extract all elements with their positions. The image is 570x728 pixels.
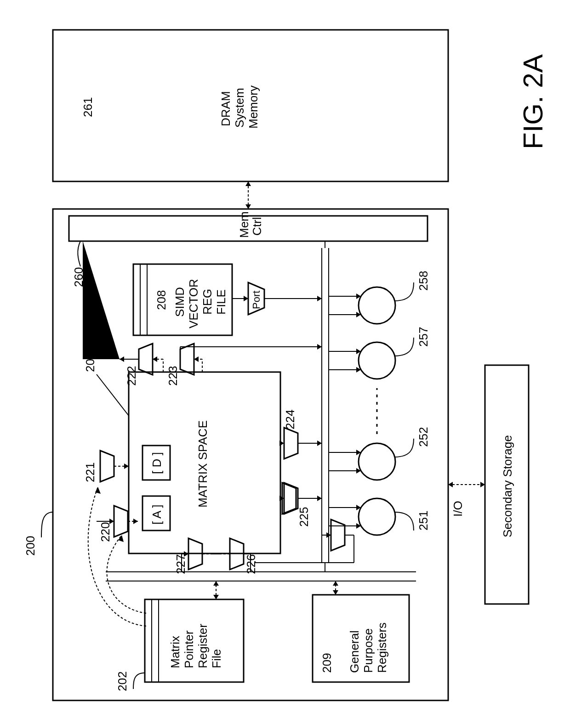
simd-regfile-block: 208 SIMD VECTOR REG FILE [133,264,232,335]
figure-label: FIG. 2A [518,54,548,149]
ref-dram: 261 [81,97,95,117]
simd-line1: SIMD [173,287,187,317]
hbus-to-alus [329,293,361,529]
ref-port222: 222 [125,366,138,386]
alu-258 [359,287,395,324]
ref-alu258: 258 [416,271,430,291]
ref-alu251: 251 [416,511,430,530]
secondary-storage-block: Secondary Storage [485,365,529,604]
ref-matrix-ptr-regfile: 202 [115,672,129,691]
memctrl-line1: Mem [237,211,251,238]
matrix-space-label: MATRIX SPACE [196,420,210,508]
gpr-line3: Registers [375,622,389,673]
svg-marker-24 [180,344,194,375]
svg-marker-77 [317,496,322,501]
port-223 [180,344,202,375]
alu-251 [359,498,395,535]
svg-marker-64 [284,428,298,459]
matrix-ptr-regfile-line2: Pointer [182,630,196,668]
port-224 [279,428,298,459]
leader-200 [41,512,53,537]
dram-block: 261 DRAM System Memory [53,30,448,181]
gpr-block: 209 General Purpose Registers [313,595,409,682]
ref-simd-regfile: 208 [154,290,168,310]
arrow-proc-to-dram [245,181,251,209]
svg-marker-85 [317,344,322,350]
mux-left-below [322,519,345,551]
svg-marker-9 [114,506,128,537]
simd-port-label: Port [251,291,262,309]
alu-252 [359,443,395,480]
ref-port220: 220 [98,522,112,542]
dram-line1: DRAM [219,91,233,126]
matrix-ptr-regfile-line1: Matrix [168,636,182,668]
port-221 [100,451,129,482]
svg-marker-5 [213,581,219,586]
matrix-ptr-regfile-line4: File [210,649,223,668]
leader-202 [133,673,145,689]
ref-port223: 223 [166,366,180,386]
alu-257 [359,342,395,379]
dram-line2: System [233,88,246,128]
ref-alu257: 257 [416,327,430,347]
alu-leaders: 251 252 257 258 [394,271,430,530]
io-connector: I/O [448,482,485,517]
ref-alu252: 252 [416,427,430,447]
ref-memctrl: 260 [72,267,86,287]
svg-marker-14 [100,451,114,482]
mem-ctrl-block: Mem Ctrl [69,211,428,241]
dram-line3: Memory [246,85,260,129]
matrix-d-label: [ D ] [150,452,164,474]
matrix-pointer-regfile-block: Matrix Pointer Register File [145,599,244,682]
architecture-diagram: 200 Matrix Pointer Register File 202 209… [0,0,570,728]
feedback-path [255,535,354,563]
ref-port226: 226 [244,554,258,574]
dashed-arc-to-221 [88,487,146,626]
svg-marker-109 [333,581,338,586]
svg-line-8 [97,374,129,416]
gpr-line1: General [348,631,361,673]
alu-row [359,287,395,535]
memctrl-line2: Ctrl [250,217,264,236]
simd-line2: VECTOR [187,279,200,328]
io-label: I/O [451,501,465,517]
ref-port221: 221 [83,463,97,482]
arrow-gpr-to-bus [333,581,338,595]
ref-gpr: 209 [320,653,334,673]
svg-marker-81 [317,296,322,301]
matrix-a-label: [ A ] [150,505,164,525]
dashed-arc-to-220-head [118,535,124,542]
ref-port224: 224 [283,410,297,429]
dashed-arc-to-220 [107,535,146,613]
svg-marker-73 [331,519,345,551]
svg-marker-79 [317,440,322,446]
secondary-storage-label: Secondary Storage [501,435,514,537]
simd-line4: FILE [214,289,228,315]
svg-marker-11 [133,519,138,524]
matrix-ptr-regfile-line3: Register [196,624,210,668]
arrow-mprf-to-bus [213,581,219,599]
ref-port225: 225 [297,507,311,527]
ref-port227: 227 [174,554,188,574]
simd-line3: REG [200,289,214,315]
matrix-space-block: 201 [ A ] [ D ] MATRIX SPACE [83,352,280,553]
gpr-line2: Purpose [361,628,375,673]
simd-port: Port [232,282,264,315]
ref-processor: 200 [23,536,37,556]
leader-260 [78,241,80,266]
